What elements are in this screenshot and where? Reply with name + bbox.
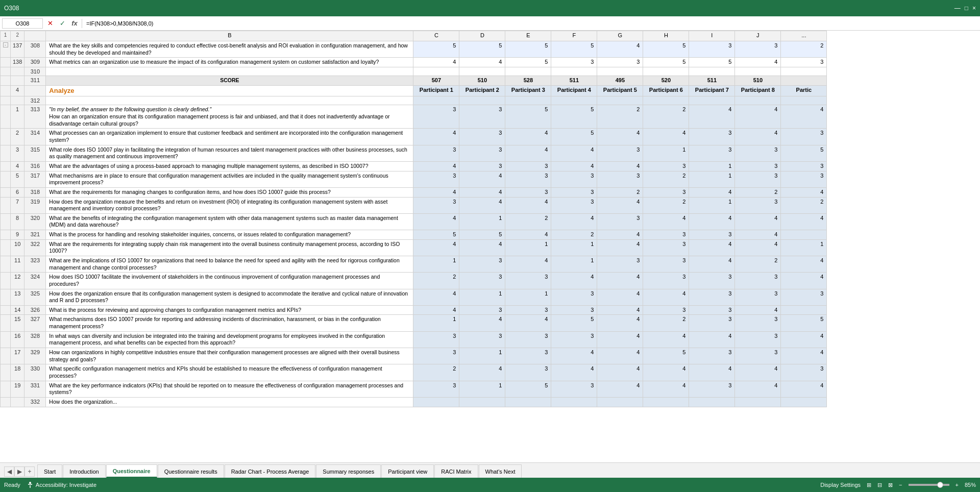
- tab-start[interactable]: Start: [37, 464, 62, 478]
- data-cell[interactable]: Participant 8: [735, 85, 781, 96]
- data-cell[interactable]: 3: [689, 145, 735, 161]
- data-cell[interactable]: 4: [413, 161, 459, 171]
- data-cell[interactable]: 3: [781, 161, 827, 171]
- data-cell[interactable]: 5: [413, 41, 459, 58]
- data-cell[interactable]: 4: [505, 230, 551, 240]
- question-text[interactable]: In what ways can diversity and inclusion…: [46, 331, 413, 348]
- data-cell[interactable]: 4: [735, 381, 781, 397]
- data-cell[interactable]: [735, 96, 781, 105]
- close-btn[interactable]: ×: [972, 5, 976, 12]
- data-cell[interactable]: 4: [643, 331, 689, 348]
- data-cell[interactable]: 4: [597, 289, 643, 305]
- data-cell[interactable]: 5: [505, 58, 551, 67]
- data-cell[interactable]: 1: [781, 239, 827, 256]
- data-cell[interactable]: [781, 230, 827, 240]
- data-cell[interactable]: 3: [597, 58, 643, 67]
- data-cell[interactable]: 3: [459, 305, 505, 315]
- tab-prev-btn[interactable]: ◀: [4, 466, 14, 477]
- col-header-d[interactable]: D: [459, 31, 505, 41]
- data-cell[interactable]: 4: [643, 381, 689, 397]
- data-cell[interactable]: 4: [551, 348, 597, 364]
- data-cell[interactable]: 5: [459, 230, 505, 240]
- data-cell[interactable]: [413, 67, 459, 76]
- data-cell[interactable]: [459, 96, 505, 105]
- data-cell[interactable]: 1: [459, 289, 505, 305]
- data-cell[interactable]: 4: [735, 129, 781, 145]
- name-box[interactable]: O308: [2, 18, 43, 29]
- data-cell[interactable]: 2: [597, 105, 643, 129]
- data-cell[interactable]: 4: [505, 145, 551, 161]
- data-cell[interactable]: 2: [413, 364, 459, 381]
- data-cell[interactable]: 4: [689, 256, 735, 272]
- data-cell[interactable]: Participant 7: [689, 85, 735, 96]
- data-cell[interactable]: 3: [551, 289, 597, 305]
- data-cell[interactable]: 1: [551, 239, 597, 256]
- data-cell[interactable]: 4: [413, 58, 459, 67]
- data-cell[interactable]: 3: [643, 230, 689, 240]
- data-cell[interactable]: Participant 3: [505, 85, 551, 96]
- data-cell[interactable]: 4: [597, 331, 643, 348]
- col-header-h[interactable]: H: [643, 31, 689, 41]
- data-cell[interactable]: 3: [597, 171, 643, 187]
- data-cell[interactable]: 4: [505, 197, 551, 213]
- data-cell[interactable]: 520: [643, 76, 689, 85]
- data-cell[interactable]: Participant 5: [597, 85, 643, 96]
- data-cell[interactable]: 5: [413, 230, 459, 240]
- data-cell[interactable]: 4: [413, 239, 459, 256]
- zoom-slider[interactable]: [909, 484, 949, 486]
- data-cell[interactable]: 3: [413, 331, 459, 348]
- data-cell[interactable]: 3: [551, 171, 597, 187]
- data-cell[interactable]: [505, 67, 551, 76]
- data-cell[interactable]: 4: [551, 161, 597, 171]
- question-text[interactable]: How does the organization ensure that it…: [46, 289, 413, 305]
- data-cell[interactable]: 4: [781, 273, 827, 289]
- data-cell[interactable]: 4: [735, 213, 781, 230]
- data-cell[interactable]: 4: [735, 364, 781, 381]
- data-cell[interactable]: 3: [735, 171, 781, 187]
- data-cell[interactable]: 2: [505, 213, 551, 230]
- data-cell[interactable]: 5: [505, 381, 551, 397]
- data-cell[interactable]: 4: [597, 230, 643, 240]
- data-cell[interactable]: 511: [689, 76, 735, 85]
- question-text[interactable]: SCORE: [46, 76, 413, 85]
- data-cell[interactable]: 4: [597, 197, 643, 213]
- data-cell[interactable]: 3: [413, 197, 459, 213]
- data-cell[interactable]: 3: [643, 305, 689, 315]
- question-text[interactable]: How can organizations in highly competit…: [46, 348, 413, 364]
- data-cell[interactable]: [689, 96, 735, 105]
- data-cell[interactable]: [597, 397, 643, 407]
- data-cell[interactable]: [597, 96, 643, 105]
- data-cell[interactable]: 3: [413, 105, 459, 129]
- data-cell[interactable]: 3: [459, 331, 505, 348]
- data-cell[interactable]: 4: [597, 348, 643, 364]
- data-cell[interactable]: 5: [505, 41, 551, 58]
- tab-radar-chart---process-average[interactable]: Radar Chart - Process Average: [225, 464, 316, 478]
- data-cell[interactable]: 2: [643, 197, 689, 213]
- data-cell[interactable]: 3: [413, 145, 459, 161]
- data-cell[interactable]: 4: [781, 348, 827, 364]
- data-cell[interactable]: 2: [413, 273, 459, 289]
- col-header-i[interactable]: I: [689, 31, 735, 41]
- data-cell[interactable]: 5: [781, 315, 827, 331]
- question-text[interactable]: What is the process for reviewing and ap…: [46, 305, 413, 315]
- data-cell[interactable]: 4: [735, 230, 781, 240]
- data-cell[interactable]: 3: [689, 305, 735, 315]
- data-cell[interactable]: 4: [781, 331, 827, 348]
- data-cell[interactable]: 4: [597, 315, 643, 331]
- question-text[interactable]: What mechanisms does ISO 10007 provide f…: [46, 315, 413, 331]
- data-cell[interactable]: 3: [643, 187, 689, 197]
- data-cell[interactable]: 4: [689, 213, 735, 230]
- data-cell[interactable]: 4: [459, 239, 505, 256]
- data-cell[interactable]: [505, 96, 551, 105]
- question-text[interactable]: What are the key performance indicators …: [46, 381, 413, 397]
- data-cell[interactable]: [643, 397, 689, 407]
- data-cell[interactable]: 4: [459, 187, 505, 197]
- data-cell[interactable]: [735, 67, 781, 76]
- data-cell[interactable]: 3: [689, 348, 735, 364]
- data-cell[interactable]: 3: [551, 197, 597, 213]
- data-cell[interactable]: 3: [689, 381, 735, 397]
- data-cell[interactable]: [459, 397, 505, 407]
- question-text[interactable]: What is the process for handling and res…: [46, 230, 413, 240]
- data-cell[interactable]: [689, 67, 735, 76]
- data-cell[interactable]: [781, 76, 827, 85]
